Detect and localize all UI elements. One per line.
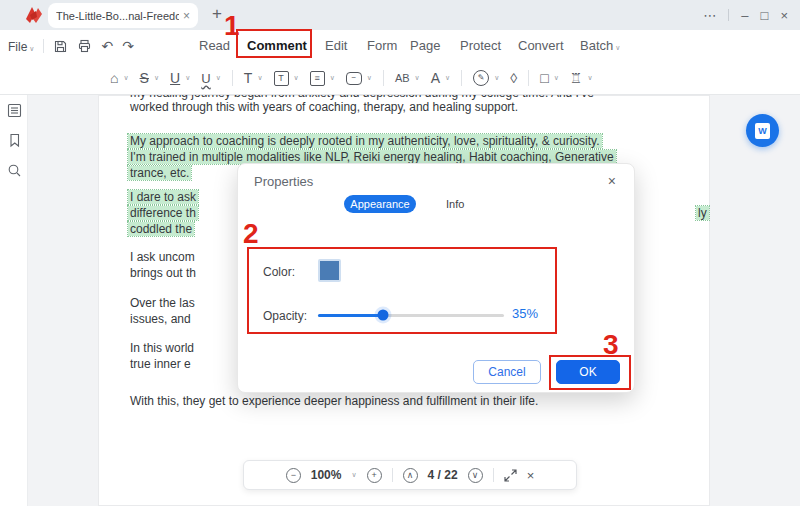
chevron-down-icon: ∨	[587, 74, 592, 82]
thumbnails-icon[interactable]	[7, 103, 22, 118]
window-close-icon[interactable]: ×	[780, 9, 788, 22]
document-text-line: My approach to coaching is deeply rooted…	[128, 134, 602, 148]
tab-info[interactable]: Info	[446, 198, 464, 210]
replace-text-icon[interactable]: AB∨	[395, 73, 420, 84]
comment-bubble-icon[interactable]: −∨	[346, 72, 372, 85]
squiggly-underline-icon[interactable]: U∨	[201, 72, 221, 85]
fullscreen-icon[interactable]	[504, 469, 517, 482]
chevron-down-icon: ∨	[445, 74, 450, 82]
file-group: File∨ ↶ ↷	[8, 30, 134, 62]
chevron-down-icon: ∨	[154, 74, 159, 82]
highlighter-icon: ⌂	[110, 71, 118, 85]
divider	[392, 468, 393, 482]
app-logo-icon	[24, 5, 44, 25]
toolbar-separator	[232, 70, 233, 86]
chevron-down-icon: ∨	[257, 74, 262, 82]
document-text-line: worked through this with years of coachi…	[130, 100, 518, 114]
insert-text-icon[interactable]: A∨	[431, 71, 450, 85]
document-text-line: I dare to ask	[128, 190, 198, 204]
bookmark-icon[interactable]	[7, 133, 22, 148]
previous-page-icon[interactable]: ∧	[403, 468, 418, 483]
freehand-draw-icon: ✎	[473, 70, 489, 86]
window-controls: ⋯ – □ ×	[703, 0, 800, 30]
strikethrough-icon: S	[140, 71, 149, 85]
document-text-line: With this, they get to experience deeper…	[130, 394, 538, 408]
file-menu[interactable]: File∨	[8, 37, 34, 55]
toolbar-separator	[461, 70, 462, 86]
save-icon[interactable]	[53, 39, 68, 54]
textbox-icon: T	[274, 71, 289, 86]
more-options-icon[interactable]: ⋯	[703, 9, 716, 22]
squiggly-underline-icon: U	[201, 72, 210, 85]
zoom-in-icon[interactable]: +	[367, 468, 382, 483]
menubar: File∨ ↶ ↷ ReadCommentEditFormPageProtect…	[0, 30, 800, 62]
insert-text-icon: A	[431, 71, 440, 85]
next-page-icon[interactable]: ∨	[468, 468, 483, 483]
document-text-line: difference th	[128, 206, 198, 220]
redo-icon[interactable]: ↷	[122, 39, 134, 53]
menu-form[interactable]: Form	[367, 38, 397, 53]
menu-protect[interactable]: Protect	[460, 38, 501, 53]
page-indicator[interactable]: 4 / 22	[428, 468, 458, 482]
toolbar-icons: ⌂∨S∨U∨U∨T∨T∨≡∨−∨AB∨A∨✎∨◊□∨♖∨	[110, 62, 593, 94]
eraser-icon: ◊	[510, 71, 517, 85]
chevron-down-icon: ∨	[29, 45, 34, 52]
strikethrough-icon[interactable]: S∨	[140, 71, 159, 85]
freehand-draw-icon[interactable]: ✎∨	[473, 70, 499, 86]
menu-edit[interactable]: Edit	[325, 38, 347, 53]
zoom-chevron-icon[interactable]: ∨	[351, 471, 356, 479]
toolbar-separator	[528, 70, 529, 86]
convert-to-word-button[interactable]: W	[746, 114, 779, 147]
menu-convert[interactable]: Convert	[518, 38, 564, 53]
eraser-icon[interactable]: ◊	[510, 71, 517, 85]
comment-bubble-icon: −	[346, 72, 362, 85]
textbox-icon[interactable]: T∨	[274, 71, 299, 86]
chevron-down-icon: ∨	[294, 74, 299, 82]
word-doc-icon: W	[755, 123, 770, 139]
maximize-icon[interactable]: □	[761, 9, 769, 22]
dialog-close-icon[interactable]: ×	[608, 173, 616, 189]
zoom-level[interactable]: 100%	[311, 468, 342, 482]
search-icon[interactable]	[7, 163, 22, 178]
step-2-highlight-box	[247, 247, 557, 334]
document-text-line: In this world	[130, 341, 194, 355]
replace-text-icon: AB	[395, 73, 410, 84]
left-panel-sidebar	[0, 95, 28, 506]
file-menu-label: File	[8, 40, 27, 54]
menu-page[interactable]: Page	[410, 38, 440, 53]
undo-icon[interactable]: ↶	[101, 39, 113, 53]
typewriter-icon[interactable]: T∨	[244, 71, 263, 85]
chevron-down-icon: ∨	[330, 74, 335, 82]
sticky-note-icon[interactable]: ≡∨	[310, 71, 335, 86]
tab-appearance[interactable]: Appearance	[344, 195, 416, 213]
typewriter-icon: T	[244, 71, 253, 85]
chevron-down-icon: ∨	[123, 74, 128, 82]
menu-batch[interactable]: Batch∨	[580, 38, 620, 53]
chevron-down-icon: ∨	[367, 74, 372, 82]
highlighter-icon[interactable]: ⌂∨	[110, 71, 129, 85]
document-text-line: Over the las	[130, 296, 195, 310]
chevron-down-icon: ∨	[216, 74, 221, 82]
shape-icon[interactable]: □∨	[540, 71, 559, 85]
print-icon[interactable]	[77, 39, 92, 54]
stamp-icon: ♖	[570, 71, 583, 85]
sticky-note-icon: ≡	[310, 71, 325, 86]
tab-close-icon[interactable]: ×	[183, 9, 190, 23]
statusbar-close-icon[interactable]: ×	[527, 468, 535, 483]
new-tab-button[interactable]: +	[212, 4, 222, 24]
document-text-line: brings out th	[130, 266, 196, 280]
stamp-icon[interactable]: ♖∨	[570, 71, 593, 85]
toolbar-separator	[383, 70, 384, 86]
document-text-line: trance, etc.	[128, 166, 191, 180]
shape-icon: □	[540, 71, 548, 85]
document-text-line: I'm trained in multiple modalities like …	[128, 150, 616, 164]
underline-icon[interactable]: U∨	[170, 71, 190, 85]
tab-title: The-Little-Bo...nal-Freedom *	[56, 10, 179, 22]
document-tab[interactable]: The-Little-Bo...nal-Freedom * ×	[48, 3, 198, 28]
minimize-icon[interactable]: –	[741, 9, 748, 22]
cancel-button[interactable]: Cancel	[473, 360, 541, 384]
zoom-out-icon[interactable]: −	[286, 468, 301, 483]
step-1-highlight-box	[236, 29, 312, 58]
document-text-line: coddled the	[128, 222, 194, 236]
annotation-toolbar: ⌂∨S∨U∨U∨T∨T∨≡∨−∨AB∨A∨✎∨◊□∨♖∨	[0, 62, 800, 95]
